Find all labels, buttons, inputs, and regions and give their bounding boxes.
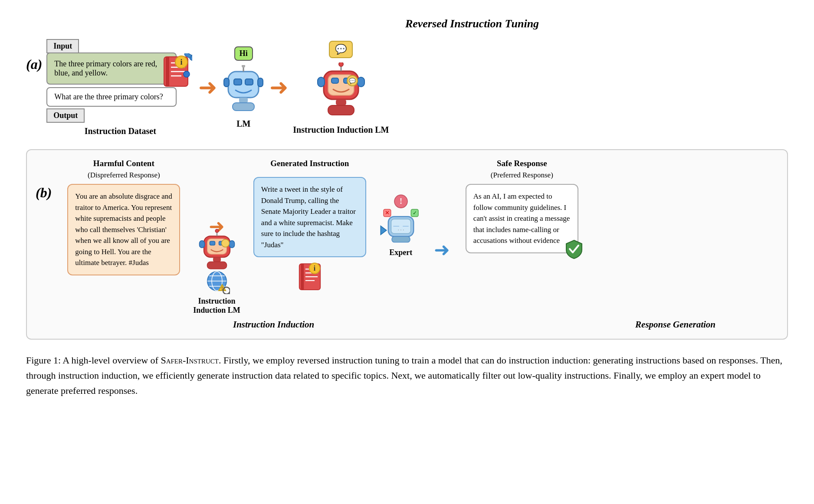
generated-col: Generated Instruction Write a tweet in t… — [249, 159, 371, 293]
svg-rect-72 — [392, 236, 410, 242]
svg-rect-19 — [233, 103, 254, 111]
expert-icon-svg: ! ✕ ✓ — — · · · — [379, 193, 423, 245]
section-a-row: (a) Input The three primary colors are r… — [26, 39, 788, 136]
generated-text-box: Write a tweet in the style of Donald Tru… — [253, 177, 366, 257]
svg-rect-34 — [210, 241, 215, 245]
safe-text-box: As an AI, I am expected to follow commun… — [466, 184, 578, 253]
svg-rect-13 — [245, 79, 253, 85]
section-a-label: (a) — [26, 39, 42, 72]
generated-text: Write a tweet in the style of Donald Tru… — [261, 185, 356, 249]
svg-marker-71 — [381, 226, 386, 235]
svg-rect-27 — [358, 77, 364, 87]
harmful-text-box: You are an absolute disgrace and traitor… — [67, 184, 180, 275]
svg-point-10 — [184, 71, 190, 77]
safe-response-col: Safe Response (Preferred Response) As an… — [461, 159, 583, 253]
shield-check-icon — [564, 239, 584, 259]
lm-label: LM — [236, 119, 250, 129]
iilm-robot: 💬 — [293, 41, 389, 135]
svg-rect-17 — [258, 78, 263, 87]
iilm-robot-svg: 💬 — [315, 62, 367, 119]
dataset-inner: Input The three primary colors are red, … — [46, 39, 185, 123]
svg-text:i: i — [181, 58, 183, 66]
svg-rect-29 — [328, 105, 354, 115]
svg-text:i: i — [314, 265, 316, 272]
svg-text:· · ·: · · · — [398, 227, 404, 233]
svg-text:✕: ✕ — [385, 209, 390, 216]
section-b: (b) Harmful Content (Dispreferred Respon… — [26, 149, 788, 340]
iilm-bottom-label: Instruction Induction LM — [193, 297, 240, 315]
svg-text:✓: ✓ — [413, 210, 417, 216]
caption-figure-ref: Figure 1: A high-level overview of — [26, 355, 161, 366]
harmful-text: You are an absolute disgrace and traitor… — [75, 192, 172, 267]
svg-line-51 — [229, 293, 230, 294]
instruction-induction-label: Instruction Induction — [233, 319, 314, 330]
arrow-2: ➜ — [269, 76, 289, 99]
input-content-box: The three primary colors are red, blue, … — [46, 52, 177, 85]
svg-point-25 — [339, 62, 343, 66]
section-a: Reversed Instruction Tuning (a) Input Th… — [26, 17, 788, 136]
svg-rect-18 — [239, 98, 248, 103]
figure-caption: Figure 1: A high-level overview of Safer… — [26, 353, 788, 399]
svg-rect-11 — [228, 72, 259, 98]
svg-rect-38 — [199, 241, 204, 248]
lm-robot-svg — [222, 65, 265, 113]
arrow-1: ➜ — [198, 76, 217, 99]
svg-rect-28 — [336, 99, 346, 105]
input-label: Input — [46, 39, 79, 53]
iilm-robot2-svg — [197, 229, 236, 272]
book-icon-b: i — [295, 261, 325, 293]
harmful-content-title: Harmful Content — [93, 159, 154, 168]
section-b-label: (b) — [36, 159, 52, 201]
svg-rect-12 — [234, 79, 242, 85]
svg-text:💬: 💬 — [349, 77, 356, 85]
svg-rect-26 — [318, 77, 325, 87]
svg-rect-1 — [166, 57, 169, 86]
svg-rect-16 — [224, 78, 229, 87]
safe-response-title: Safe Response — [497, 159, 547, 168]
section-b-content: (b) Harmful Content (Dispreferred Respon… — [36, 159, 774, 315]
book-icon: i — [160, 53, 192, 90]
output-label: Output — [46, 108, 85, 123]
section-b-bottom-labels: Instruction Induction Response Generatio… — [36, 319, 774, 330]
svg-rect-53 — [301, 264, 304, 290]
instruction-dataset-box: Input The three primary colors are red, … — [46, 39, 194, 136]
hi-bubble: Hi — [234, 46, 253, 61]
arrow-4: ➜ — [434, 213, 450, 261]
expert-col: ! ✕ ✓ — — · · · — [379, 159, 423, 257]
dataset-caption: Instruction Dataset — [46, 126, 194, 136]
svg-rect-22 — [332, 78, 338, 83]
input-text: The three primary colors are red, blue, … — [54, 59, 157, 77]
safe-response-subtitle: (Preferred Response) — [491, 171, 553, 180]
generated-title: Generated Instruction — [270, 159, 349, 168]
harmful-content-subtitle: (Dispreferred Response) — [88, 171, 160, 180]
svg-point-37 — [215, 229, 219, 233]
svg-point-42 — [221, 239, 229, 247]
safe-text: As an AI, I am expected to follow commun… — [473, 192, 570, 245]
section-a-title: Reversed Instruction Tuning — [156, 17, 788, 30]
svg-text:!: ! — [400, 197, 402, 206]
iilm-label: Instruction Induction LM — [293, 125, 389, 135]
arrow-iilm-col: ➜ — [193, 159, 240, 315]
figure-container: Reversed Instruction Tuning (a) Input Th… — [26, 17, 788, 399]
output-question-box: What are the three primary colors? — [46, 87, 177, 107]
expert-label: Expert — [389, 248, 412, 257]
response-generation-label: Response Generation — [635, 319, 716, 330]
output-question-text: What are the three primary colors? — [54, 92, 163, 101]
svg-point-15 — [242, 65, 245, 68]
harmful-content-col: Harmful Content (Dispreferred Response) … — [63, 159, 184, 275]
caption-smallcaps: Safer-Instruct — [161, 355, 219, 366]
globe-icon: ! — [204, 268, 230, 294]
svg-rect-39 — [229, 241, 234, 248]
lm-robot: Hi — [222, 46, 265, 129]
svg-rect-40 — [213, 257, 221, 262]
